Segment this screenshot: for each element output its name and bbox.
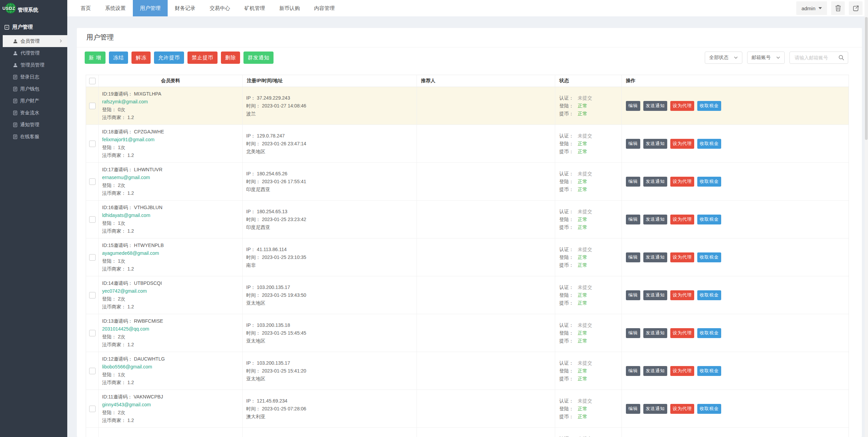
row-checkbox[interactable] bbox=[89, 103, 96, 109]
logo[interactable]: USDZ 管理系统 bbox=[0, 0, 67, 16]
trash-button[interactable] bbox=[831, 1, 845, 15]
field-select[interactable]: 邮箱账号 bbox=[747, 52, 785, 64]
search-input[interactable] bbox=[794, 55, 838, 61]
member-email-link[interactable]: ayagumede68@gmail.com bbox=[102, 249, 242, 257]
delete-button[interactable]: 删除 bbox=[221, 52, 240, 64]
sidebar-item-user-wallet[interactable]: 用户钱包 bbox=[0, 83, 67, 95]
member-email-link[interactable]: ernasemu@gmail.com bbox=[102, 174, 242, 181]
allow-withdraw-button[interactable]: 允许提币 bbox=[154, 52, 184, 64]
admin-user-menu[interactable]: admin bbox=[796, 1, 827, 15]
set-agent-button[interactable]: 设为代理 bbox=[670, 139, 694, 149]
collect-tax-button[interactable]: 收取税金 bbox=[697, 366, 721, 376]
nav-item-newcoin-subscribe[interactable]: 新币认购 bbox=[272, 0, 307, 16]
collect-tax-button[interactable]: 收取税金 bbox=[697, 290, 721, 300]
row-checkbox[interactable] bbox=[89, 406, 96, 412]
select-all-checkbox[interactable] bbox=[89, 78, 96, 84]
set-agent-button[interactable]: 设为代理 bbox=[670, 404, 694, 414]
collect-tax-button[interactable]: 收取税金 bbox=[697, 177, 721, 187]
collect-tax-button[interactable]: 收取税金 bbox=[697, 101, 721, 111]
sidebar-section-user-mgmt[interactable]: 用户管理 bbox=[0, 16, 67, 35]
set-agent-button[interactable]: 设为代理 bbox=[670, 290, 694, 300]
row-checkbox[interactable] bbox=[89, 254, 96, 261]
sidebar-item-login-log[interactable]: 登录日志 bbox=[0, 71, 67, 83]
sidebar-item-user-assets[interactable]: 用户财产 bbox=[0, 95, 67, 107]
row-actions: 编辑发送通知设为代理收取税金 bbox=[622, 238, 849, 276]
collect-tax-button[interactable]: 收取税金 bbox=[697, 215, 721, 224]
row-checkbox[interactable] bbox=[89, 216, 96, 223]
member-email-link[interactable]: 2031014425@qq.com bbox=[102, 325, 242, 333]
send-notice-button[interactable]: 发送通知 bbox=[643, 101, 667, 111]
member-email-link[interactable]: libobo5566@gmail.com bbox=[102, 363, 242, 371]
scrollbar-thumb[interactable] bbox=[865, 17, 868, 140]
sidebar-item-notice-mgmt[interactable]: 通知管理 bbox=[0, 119, 67, 131]
row-checkbox[interactable] bbox=[89, 292, 96, 298]
set-agent-button[interactable]: 设为代理 bbox=[670, 252, 694, 262]
nav-item-trade-center[interactable]: 交易中心 bbox=[202, 0, 237, 16]
row-checkbox[interactable] bbox=[89, 178, 96, 185]
edit-button[interactable]: 编辑 bbox=[626, 290, 640, 300]
broadcast-button[interactable]: 群发通知 bbox=[243, 52, 274, 64]
row-checkbox[interactable] bbox=[89, 330, 96, 336]
edit-button[interactable]: 编辑 bbox=[626, 366, 640, 376]
col-header-ip: 注册IP/时间/地址 bbox=[243, 75, 417, 87]
sidebar-item-member-mgmt[interactable]: 会员管理 bbox=[3, 35, 67, 47]
member-email-link[interactable]: ginny4543@gmail.com bbox=[102, 401, 242, 409]
unfreeze-button[interactable]: 解冻 bbox=[131, 52, 151, 64]
set-agent-button[interactable]: 设为代理 bbox=[670, 177, 694, 187]
edit-button[interactable]: 编辑 bbox=[626, 215, 640, 224]
set-agent-button[interactable]: 设为代理 bbox=[670, 366, 694, 376]
register-region: 印度尼西亚 bbox=[246, 223, 417, 231]
set-agent-button[interactable]: 设为代理 bbox=[670, 328, 694, 338]
nav-item-user-mgmt[interactable]: 用户管理 bbox=[133, 0, 168, 16]
edit-button[interactable]: 编辑 bbox=[626, 177, 640, 187]
send-notice-button[interactable]: 发送通知 bbox=[643, 215, 667, 224]
sidebar-item-fund-flow[interactable]: 资金流水 bbox=[0, 107, 67, 119]
auth-status-label: 认证： bbox=[559, 94, 578, 102]
add-button[interactable]: 新 增 bbox=[85, 52, 106, 64]
send-notice-button[interactable]: 发送通知 bbox=[643, 290, 667, 300]
edit-button[interactable]: 编辑 bbox=[626, 101, 640, 111]
nav-item-content-mgmt[interactable]: 内容管理 bbox=[307, 0, 342, 16]
collect-tax-button[interactable]: 收取税金 bbox=[697, 139, 721, 149]
send-notice-button[interactable]: 发送通知 bbox=[643, 404, 667, 414]
edit-button[interactable]: 编辑 bbox=[626, 404, 640, 414]
nav-item-home[interactable]: 首页 bbox=[73, 0, 98, 16]
member-fiat-merchant: 法币商家： 1.2 bbox=[102, 265, 242, 273]
sidebar-item-admin-mgmt[interactable]: 管理员管理 bbox=[0, 59, 67, 71]
edit-button[interactable]: 编辑 bbox=[626, 328, 640, 338]
send-notice-button[interactable]: 发送通知 bbox=[643, 328, 667, 338]
member-email-link[interactable]: felixmajor91@gmail.com bbox=[102, 136, 242, 144]
member-email-link[interactable]: ldhidayats@gmail.com bbox=[102, 212, 242, 219]
nav-item-system-settings[interactable]: 系统设置 bbox=[98, 0, 133, 16]
set-agent-button[interactable]: 设为代理 bbox=[670, 101, 694, 111]
search-icon[interactable] bbox=[838, 55, 844, 61]
sidebar-item-agent-mgmt[interactable]: 代理管理 bbox=[0, 47, 67, 59]
scrollbar[interactable] bbox=[865, 0, 868, 437]
set-agent-button[interactable]: 设为代理 bbox=[670, 215, 694, 224]
freeze-button[interactable]: 冻结 bbox=[109, 52, 128, 64]
send-notice-button[interactable]: 发送通知 bbox=[643, 139, 667, 149]
status-select[interactable]: 全部状态 bbox=[705, 52, 742, 64]
edit-button[interactable]: 编辑 bbox=[626, 252, 640, 262]
referrer-cell bbox=[417, 238, 555, 276]
member-email-link[interactable]: rafszymk@gmail.com bbox=[102, 98, 242, 106]
collect-tax-button[interactable]: 收取税金 bbox=[697, 252, 721, 262]
send-notice-button[interactable]: 发送通知 bbox=[643, 366, 667, 376]
nav-item-miner-mgmt[interactable]: 矿机管理 bbox=[237, 0, 272, 16]
member-id-line: ID:13邀请码： RWBFCMISE bbox=[102, 317, 242, 325]
send-notice-button[interactable]: 发送通知 bbox=[643, 177, 667, 187]
nav-item-finance-records[interactable]: 财务记录 bbox=[168, 0, 202, 16]
collect-tax-button[interactable]: 收取税金 bbox=[697, 404, 721, 414]
edit-button[interactable]: 编辑 bbox=[626, 139, 640, 149]
send-notice-button[interactable]: 发送通知 bbox=[643, 252, 667, 262]
member-email-link[interactable]: yec0742@gmail.com bbox=[102, 287, 242, 295]
row-checkbox[interactable] bbox=[89, 368, 96, 374]
logout-button[interactable] bbox=[849, 1, 863, 15]
row-checkbox[interactable] bbox=[89, 141, 96, 147]
sidebar-item-online-service[interactable]: 在线客服 bbox=[0, 131, 67, 143]
forbid-withdraw-button[interactable]: 禁止提币 bbox=[187, 52, 218, 64]
withdraw-status-label: 提币： bbox=[559, 110, 578, 118]
status-cell: 认证： 未提交 登陆： 正常 提币： 正常 bbox=[555, 314, 622, 352]
collect-tax-button[interactable]: 收取税金 bbox=[697, 328, 721, 338]
sidebar-item-label: 资金流水 bbox=[20, 110, 39, 116]
